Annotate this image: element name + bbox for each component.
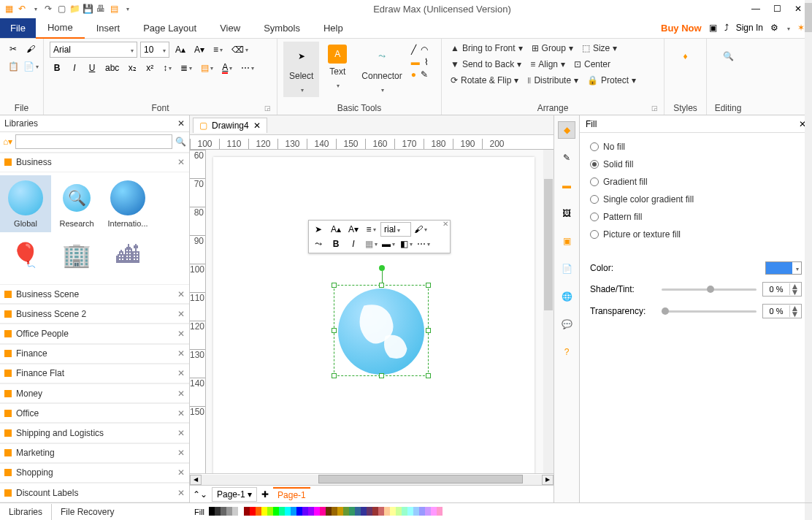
font-color-icon[interactable]: A [219, 61, 235, 75]
lib-cat-money[interactable]: Money✕ [0, 383, 189, 403]
export-icon[interactable]: ▤ [108, 3, 120, 15]
shape-balloon[interactable]: 🎈 [0, 232, 51, 281]
strip-fill-icon[interactable]: ◆ [558, 121, 575, 139]
lib-cat-office[interactable]: Office✕ [0, 403, 189, 423]
libraries-close-icon[interactable]: ✕ [177, 118, 185, 129]
bring-front-btn[interactable]: ▲ Bring to Front ▾ [448, 42, 526, 55]
mini-line[interactable]: ▬ [380, 237, 397, 251]
redo-icon[interactable]: ↷ [42, 3, 54, 15]
mini-grow-font[interactable]: A▴ [328, 222, 344, 237]
mini-italic[interactable]: I [345, 237, 361, 251]
share-icon[interactable]: ⤴ [724, 23, 729, 33]
strip-comment-icon[interactable]: 💬 [558, 316, 575, 333]
bottom-tab-libraries[interactable]: Libraries [0, 504, 52, 520]
mini-font-combo[interactable]: rial [380, 222, 411, 237]
lib-cat-office-people[interactable]: Office People✕ [0, 324, 189, 343]
doc-tab-drawing4[interactable]: ▢Drawing4✕ [193, 118, 267, 133]
align-btn[interactable]: ≡ Align ▾ [527, 58, 568, 71]
styles-btn[interactable]: ♦ [670, 42, 700, 71]
strip-page-icon[interactable]: 📄 [558, 260, 575, 278]
lib-cat-marketing[interactable]: Marketing✕ [0, 443, 189, 463]
paste-icon[interactable]: 📋 [6, 59, 20, 74]
pages-nav-icon[interactable]: ⌃⌄ [193, 489, 207, 500]
lib-cat-discount[interactable]: Discount Labels✕ [0, 483, 189, 502]
hscroll-right[interactable]: ▶ [542, 475, 554, 485]
fill-opt-pattern[interactable]: Pattern fill [590, 212, 802, 222]
trans-slider[interactable] [662, 310, 757, 313]
shape-arc-icon[interactable]: ◠ [421, 45, 428, 55]
format-painter-icon[interactable]: ✂ [6, 42, 20, 56]
tab-page-layout[interactable]: Page Layout [131, 18, 208, 38]
shade-slider[interactable] [662, 288, 757, 291]
superscript-icon[interactable]: x² [142, 61, 157, 75]
group-btn[interactable]: ⊞ Group ▾ [529, 42, 576, 55]
feedback-icon[interactable]: ▣ [709, 23, 717, 33]
shade-spinner[interactable]: ▲▼ [762, 282, 802, 297]
editing-btn[interactable]: 🔍 [713, 42, 743, 71]
tab-view[interactable]: View [208, 18, 252, 38]
shape-international[interactable]: Internatio... [102, 175, 153, 233]
gear-icon[interactable]: ⚙ [770, 23, 778, 33]
shape-ellipse-icon[interactable]: ● [411, 69, 416, 80]
undo-icon[interactable]: ↶ [16, 3, 28, 15]
page-tab-1[interactable]: Page-1 ▾ [212, 487, 257, 502]
mini-select-icon[interactable]: ➤ [310, 222, 326, 237]
send-back-btn[interactable]: ▼ Send to Back ▾ [448, 58, 524, 71]
protect-btn[interactable]: 🔒 Protect ▾ [584, 74, 639, 87]
bottom-tab-file-recovery[interactable]: File Recovery [52, 504, 123, 520]
lib-cat-shopping[interactable]: Shopping✕ [0, 463, 189, 483]
arrange-launcher[interactable]: ◲ [651, 104, 658, 112]
shape-research[interactable]: 🔍Research [51, 175, 102, 233]
print-icon[interactable]: 🖶 [95, 3, 107, 15]
shape-line-icon[interactable]: ╱ [411, 45, 416, 55]
canvas-page[interactable]: ✕ ➤ A▴ A▾ ≡ rial 🖌 ⤳ B I [213, 157, 535, 473]
lib-cat-business[interactable]: Business✕ [0, 153, 189, 172]
fill-opt-no[interactable]: No fill [590, 142, 802, 152]
bold-icon[interactable]: B [50, 61, 64, 75]
strike-icon[interactable]: abc [102, 61, 122, 75]
fill-opt-gradient[interactable]: Gradient fill [590, 177, 802, 187]
strip-picture-icon[interactable]: 🖼 [558, 204, 575, 222]
search-icon[interactable]: 🔍 [175, 137, 186, 147]
mini-close-icon[interactable]: ✕ [443, 220, 448, 228]
buy-now-link[interactable]: Buy Now [661, 23, 702, 34]
mini-bold[interactable]: B [328, 237, 344, 251]
add-page-icon[interactable]: ✚ [261, 489, 269, 500]
highlight-icon[interactable]: ▤ [198, 61, 216, 75]
tool-text[interactable]: AText [322, 42, 353, 93]
selection-box[interactable] [334, 285, 429, 376]
lib-cat-business-scene[interactable]: Business Scene✕ [0, 284, 189, 304]
library-home-icon[interactable]: ⌂▾ [3, 137, 12, 147]
tab-home[interactable]: Home [36, 18, 85, 39]
shape-globe-instance[interactable] [338, 288, 424, 375]
size-btn[interactable]: ⬚ Size ▾ [579, 42, 620, 55]
minimize-icon[interactable]: — [751, 4, 760, 14]
doc-tab-close-icon[interactable]: ✕ [253, 121, 261, 131]
library-search-input[interactable] [15, 134, 172, 149]
font-size-combo[interactable]: 10 [140, 42, 169, 58]
line-spacing-icon[interactable]: ↕ [160, 61, 175, 75]
rotate-handle[interactable] [379, 265, 385, 271]
page-tab-2[interactable]: Page-1 [273, 487, 310, 502]
tab-help[interactable]: Help [312, 18, 355, 38]
undo-dropdown[interactable] [29, 3, 41, 15]
rotate-btn[interactable]: ⟳ Rotate & Flip ▾ [448, 74, 521, 87]
shape-building1[interactable]: 🏢 [51, 232, 102, 281]
shrink-font-icon[interactable]: A▾ [191, 42, 207, 57]
strip-line-icon[interactable]: ✎ [558, 149, 575, 167]
underline-icon[interactable]: U [85, 61, 99, 75]
hscroll-track[interactable] [202, 475, 542, 485]
mini-shrink-font[interactable]: A▾ [345, 222, 361, 237]
new-icon[interactable]: ▢ [55, 3, 67, 15]
fill-opt-picture[interactable]: Picture or texture fill [590, 229, 802, 240]
lib-cat-shipping[interactable]: Shipping and Logistics✕ [0, 423, 189, 443]
subscript-icon[interactable]: x₂ [125, 61, 139, 75]
bullets-icon[interactable]: ≣ [177, 61, 195, 75]
shape-rect-icon[interactable]: ▬ [411, 57, 420, 67]
strip-shadow-icon[interactable]: ▬ [558, 177, 575, 194]
mini-paint[interactable]: 🖌 [413, 222, 429, 237]
tool-select[interactable]: ➤Select [283, 42, 319, 97]
center-btn[interactable]: ⊡ Center [571, 58, 613, 71]
shape-building2[interactable]: 🏙 [102, 232, 153, 281]
lib-cat-finance-flat[interactable]: Finance Flat✕ [0, 364, 189, 383]
